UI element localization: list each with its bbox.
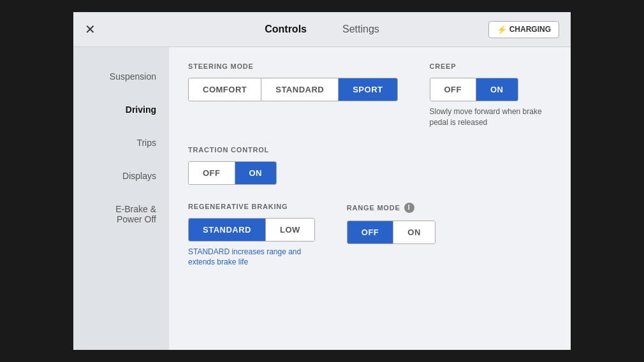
sidebar: Suspension Driving Trips Displays E-Brak… [73, 47, 169, 350]
creep-off-button[interactable]: OFF [430, 78, 477, 101]
traction-control-toggle: OFF ON [188, 161, 277, 185]
range-mode-section: RANGE MODE i OFF ON [347, 203, 435, 244]
regen-standard-button[interactable]: STANDARD [189, 219, 266, 241]
regen-braking-toggle: STANDARD LOW [188, 218, 315, 242]
regen-low-button[interactable]: LOW [266, 219, 314, 241]
range-mode-label-text: RANGE MODE [347, 204, 400, 212]
header: ✕ Controls Settings ⚡ CHARGING [73, 12, 571, 47]
creep-label: CREEP [430, 62, 545, 70]
traction-off-button[interactable]: OFF [189, 162, 235, 184]
steering-mode-toggle: COMFORT STANDARD SPORT [188, 78, 398, 101]
regen-braking-label: REGENERATIVE BRAKING [188, 203, 315, 210]
steering-comfort-button[interactable]: COMFORT [189, 78, 261, 101]
sidebar-item-trips[interactable]: Trips [73, 126, 169, 159]
range-mode-col: RANGE MODE i OFF ON [347, 203, 435, 286]
steering-mode-label: STEERING MODE [188, 62, 398, 70]
regen-braking-section: REGENERATIVE BRAKING STANDARD LOW STANDA… [188, 203, 315, 268]
tab-settings[interactable]: Settings [337, 21, 384, 38]
creep-on-button[interactable]: ON [476, 78, 518, 101]
charging-icon: ⚡ [497, 25, 507, 34]
creep-toggle: OFF ON [430, 78, 518, 101]
charging-button[interactable]: ⚡ CHARGING [488, 21, 559, 38]
traction-control-label: TRACTION CONTROL [188, 146, 552, 154]
creep-col: CREEP OFF ON Slowly move forward when br… [430, 62, 545, 146]
main-content: STEERING MODE COMFORT STANDARD SPORT CRE… [169, 47, 571, 350]
creep-info-text: Slowly move forward when brake pedal is … [430, 106, 545, 128]
steering-standard-button[interactable]: STANDARD [261, 78, 339, 101]
top-row: STEERING MODE COMFORT STANDARD SPORT CRE… [188, 62, 552, 146]
range-mode-toggle: OFF ON [347, 221, 435, 244]
range-off-button[interactable]: OFF [348, 221, 394, 243]
range-mode-info-icon[interactable]: i [404, 203, 414, 213]
steering-sport-button[interactable]: SPORT [339, 78, 397, 101]
charging-label: CHARGING [509, 25, 551, 34]
traction-on-button[interactable]: ON [235, 162, 277, 184]
creep-section: CREEP OFF ON Slowly move forward when br… [430, 62, 545, 128]
regen-info-text: STANDARD increases range and extends bra… [188, 247, 303, 268]
header-tabs: Controls Settings [260, 21, 384, 38]
steering-mode-col: STEERING MODE COMFORT STANDARD SPORT [188, 62, 398, 146]
regen-braking-col: REGENERATIVE BRAKING STANDARD LOW STANDA… [188, 203, 315, 286]
bottom-row: REGENERATIVE BRAKING STANDARD LOW STANDA… [188, 203, 552, 286]
sidebar-item-displays[interactable]: Displays [73, 159, 169, 192]
tab-controls[interactable]: Controls [260, 21, 312, 38]
steering-mode-section: STEERING MODE COMFORT STANDARD SPORT [188, 62, 398, 101]
range-mode-label-row: RANGE MODE i [347, 203, 435, 213]
body: Suspension Driving Trips Displays E-Brak… [73, 47, 571, 350]
traction-control-section: TRACTION CONTROL OFF ON [188, 146, 552, 185]
sidebar-item-ebrake[interactable]: E-Brake & Power Off [73, 192, 169, 236]
range-on-button[interactable]: ON [393, 221, 435, 243]
sidebar-item-driving[interactable]: Driving [73, 93, 169, 126]
sidebar-item-suspension[interactable]: Suspension [73, 60, 169, 93]
screen: ✕ Controls Settings ⚡ CHARGING Suspensio… [73, 12, 571, 350]
close-button[interactable]: ✕ [85, 22, 96, 37]
